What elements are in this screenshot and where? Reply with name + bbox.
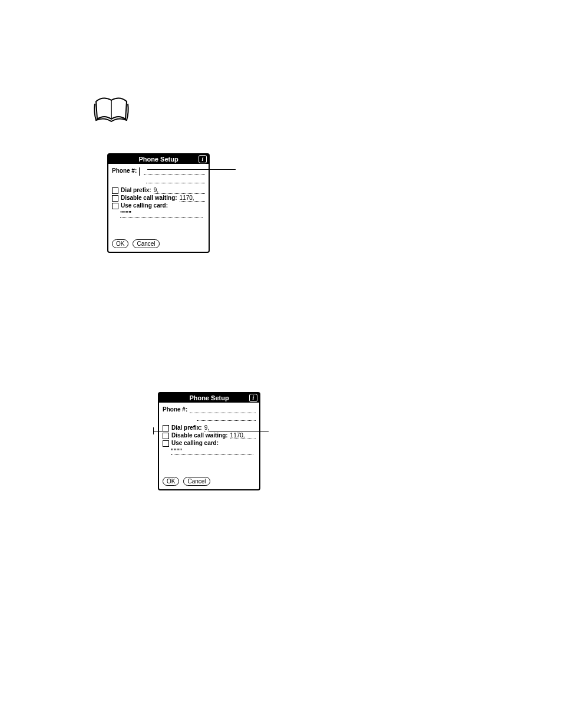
- dial-prefix-label: Dial prefix:: [171, 424, 202, 431]
- callout-leader-2v: [153, 427, 154, 434]
- heading-dcw: Disabling Call Waiting: [77, 539, 181, 551]
- disable-call-waiting-field[interactable]: 1170,: [230, 432, 256, 439]
- info-icon[interactable]: i: [249, 394, 257, 402]
- calling-card-label: Use calling card:: [121, 202, 168, 209]
- caret-icon: [139, 167, 141, 176]
- prefix-desc: A prefix is a number that you dial befor…: [77, 304, 480, 327]
- note-text: It's a good idea to add at least three c…: [135, 106, 477, 141]
- disable-call-waiting-label: Disable call waiting:: [121, 195, 177, 201]
- disable-call-waiting-label: Disable call waiting:: [171, 432, 228, 439]
- disable-call-waiting-field[interactable]: 1170,: [180, 195, 205, 202]
- calling-card-field[interactable]: """": [171, 448, 253, 455]
- dial-prefix-field[interactable]: 9,: [154, 187, 205, 194]
- calling-card-field[interactable]: """": [120, 210, 203, 218]
- disable-call-waiting-checkbox[interactable]: [163, 433, 169, 439]
- dialog-titlebar: Phone Setup i: [159, 393, 259, 403]
- cancel-button[interactable]: Cancel: [183, 477, 210, 486]
- dialog-titlebar: Phone Setup i: [108, 154, 209, 164]
- callout-leader-2b: [210, 431, 269, 431]
- phone-field[interactable]: [144, 167, 205, 174]
- phone-setup-dialog-2: Phone Setup i Phone #: Dial prefix: 9, D…: [158, 392, 260, 490]
- callout-leader-2h: [153, 431, 165, 431]
- step-2: 2. Enter the phone number you use to con…: [77, 265, 480, 277]
- prefix-step-3: 3. Tap OK.: [77, 516, 480, 528]
- dialog-title: Phone Setup: [189, 394, 229, 401]
- page-title: Setting Preferences for Your Organizer: [364, 696, 485, 704]
- calling-card-checkbox[interactable]: [163, 440, 169, 447]
- ok-button[interactable]: OK: [112, 239, 128, 248]
- phone-field[interactable]: [190, 406, 256, 413]
- dialog-title: Phone Setup: [138, 156, 178, 163]
- disable-call-waiting-checkbox[interactable]: [112, 195, 118, 202]
- callout-1: Enter your ISP phone number: [242, 161, 340, 173]
- prefix-step-2: 2. Enter the prefix.: [77, 501, 480, 513]
- book-icon: [91, 94, 133, 129]
- callout-leader-1: [147, 169, 236, 170]
- ok-button[interactable]: OK: [163, 477, 179, 486]
- heading-prefix: Entering a prefix: [77, 289, 156, 301]
- phone-label: Phone #:: [163, 406, 187, 413]
- dcw-desc: Call Waiting can cause your session to t…: [77, 554, 480, 577]
- prefix-step-1: 1. Tap the Dial Prefix check box to sele…: [77, 357, 480, 368]
- calling-card-checkbox[interactable]: [112, 203, 118, 209]
- callout-2: Select here: [106, 426, 150, 438]
- dial-prefix-label: Dial prefix:: [121, 187, 151, 193]
- page-number: Page 198: [77, 696, 107, 704]
- info-icon[interactable]: i: [199, 155, 207, 163]
- calling-card-label: Use calling card:: [171, 440, 219, 446]
- phone-field-2[interactable]: [197, 414, 256, 421]
- dial-prefix-checkbox[interactable]: [112, 187, 118, 194]
- phone-field-2[interactable]: [146, 176, 205, 183]
- to-enter-prefix: To enter a prefix:: [77, 339, 480, 351]
- cancel-button[interactable]: Cancel: [133, 239, 159, 248]
- phone-label: Phone #:: [112, 167, 137, 174]
- phone-setup-dialog-1: Phone Setup i Phone #: Dial prefix: 9, D…: [107, 153, 210, 253]
